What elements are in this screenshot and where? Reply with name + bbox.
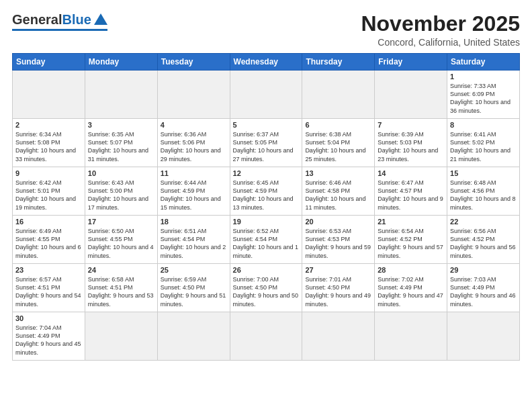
- day-info: Sunrise: 7:02 AM Sunset: 4:49 PM Dayligh…: [378, 275, 444, 308]
- day-number: 20: [305, 218, 371, 226]
- day-info: Sunrise: 6:49 AM Sunset: 4:55 PM Dayligh…: [15, 227, 82, 260]
- day-number: 18: [161, 218, 227, 226]
- calendar: SundayMondayTuesdayWednesdayThursdayFrid…: [12, 53, 520, 361]
- calendar-cell: 8Sunrise: 6:41 AM Sunset: 5:02 PM Daylig…: [447, 119, 520, 167]
- day-info: Sunrise: 7:00 AM Sunset: 4:50 PM Dayligh…: [233, 275, 300, 308]
- calendar-cell: [447, 312, 520, 361]
- calendar-cell: 18Sunrise: 6:51 AM Sunset: 4:54 PM Dayli…: [157, 216, 230, 264]
- day-number: 21: [378, 218, 444, 226]
- day-number: 16: [15, 218, 82, 226]
- day-info: Sunrise: 6:46 AM Sunset: 4:58 PM Dayligh…: [305, 179, 371, 212]
- day-number: 29: [450, 266, 517, 274]
- day-number: 5: [233, 121, 300, 129]
- day-info: Sunrise: 6:54 AM Sunset: 4:52 PM Dayligh…: [378, 227, 444, 260]
- calendar-header-friday: Friday: [375, 54, 447, 71]
- day-number: 25: [161, 266, 227, 274]
- calendar-cell: 14Sunrise: 6:47 AM Sunset: 4:57 PM Dayli…: [375, 167, 447, 216]
- calendar-header-thursday: Thursday: [302, 54, 375, 71]
- calendar-cell: 23Sunrise: 6:57 AM Sunset: 4:51 PM Dayli…: [13, 264, 85, 312]
- calendar-cell: 24Sunrise: 6:58 AM Sunset: 4:51 PM Dayli…: [85, 264, 157, 312]
- day-info: Sunrise: 6:43 AM Sunset: 5:00 PM Dayligh…: [88, 179, 154, 212]
- day-number: 12: [233, 169, 300, 177]
- day-info: Sunrise: 6:36 AM Sunset: 5:06 PM Dayligh…: [161, 130, 227, 163]
- calendar-cell: [85, 71, 157, 119]
- day-info: Sunrise: 6:39 AM Sunset: 5:03 PM Dayligh…: [378, 130, 444, 163]
- logo: General Blue: [12, 12, 107, 31]
- calendar-cell: [302, 71, 375, 119]
- logo-triangle-icon: [94, 13, 107, 25]
- calendar-header-tuesday: Tuesday: [157, 54, 230, 71]
- day-number: 2: [15, 121, 82, 129]
- month-year: November 2025: [361, 12, 520, 36]
- day-info: Sunrise: 7:04 AM Sunset: 4:49 PM Dayligh…: [15, 324, 82, 357]
- calendar-cell: 5Sunrise: 6:37 AM Sunset: 5:05 PM Daylig…: [230, 119, 302, 167]
- calendar-cell: 29Sunrise: 7:03 AM Sunset: 4:49 PM Dayli…: [447, 264, 520, 312]
- calendar-cell: [157, 71, 230, 119]
- day-info: Sunrise: 6:37 AM Sunset: 5:05 PM Dayligh…: [233, 130, 300, 163]
- day-number: 4: [161, 121, 227, 129]
- day-info: Sunrise: 6:47 AM Sunset: 4:57 PM Dayligh…: [378, 179, 444, 212]
- calendar-cell: [302, 312, 375, 361]
- calendar-cell: 9Sunrise: 6:42 AM Sunset: 5:01 PM Daylig…: [13, 167, 85, 216]
- calendar-cell: 19Sunrise: 6:52 AM Sunset: 4:54 PM Dayli…: [230, 216, 302, 264]
- day-number: 13: [305, 169, 371, 177]
- calendar-cell: 26Sunrise: 7:00 AM Sunset: 4:50 PM Dayli…: [230, 264, 302, 312]
- day-info: Sunrise: 6:53 AM Sunset: 4:53 PM Dayligh…: [305, 227, 371, 260]
- calendar-cell: 25Sunrise: 6:59 AM Sunset: 4:50 PM Dayli…: [157, 264, 230, 312]
- calendar-cell: 2Sunrise: 6:34 AM Sunset: 5:08 PM Daylig…: [13, 119, 85, 167]
- calendar-week-2: 2Sunrise: 6:34 AM Sunset: 5:08 PM Daylig…: [13, 119, 520, 167]
- logo-general: General: [12, 12, 62, 28]
- day-info: Sunrise: 6:44 AM Sunset: 4:59 PM Dayligh…: [161, 179, 227, 212]
- day-info: Sunrise: 6:57 AM Sunset: 4:51 PM Dayligh…: [15, 275, 82, 308]
- calendar-cell: 12Sunrise: 6:45 AM Sunset: 4:59 PM Dayli…: [230, 167, 302, 216]
- day-number: 17: [88, 218, 154, 226]
- calendar-header-sunday: Sunday: [13, 54, 85, 71]
- calendar-cell: [375, 312, 447, 361]
- day-number: 19: [233, 218, 300, 226]
- day-info: Sunrise: 7:33 AM Sunset: 6:09 PM Dayligh…: [450, 82, 517, 115]
- day-info: Sunrise: 6:48 AM Sunset: 4:56 PM Dayligh…: [450, 179, 517, 212]
- calendar-header-row: SundayMondayTuesdayWednesdayThursdayFrid…: [13, 54, 520, 71]
- title-area: November 2025 Concord, California, Unite…: [361, 12, 520, 48]
- day-number: 1: [450, 73, 517, 81]
- calendar-cell: 21Sunrise: 6:54 AM Sunset: 4:52 PM Dayli…: [375, 216, 447, 264]
- calendar-header-saturday: Saturday: [447, 54, 520, 71]
- calendar-cell: [157, 312, 230, 361]
- day-number: 22: [450, 218, 517, 226]
- calendar-cell: 10Sunrise: 6:43 AM Sunset: 5:00 PM Dayli…: [85, 167, 157, 216]
- logo-underline: [12, 29, 107, 31]
- day-number: 10: [88, 169, 154, 177]
- calendar-week-3: 9Sunrise: 6:42 AM Sunset: 5:01 PM Daylig…: [13, 167, 520, 216]
- calendar-cell: [13, 71, 85, 119]
- day-number: 6: [305, 121, 371, 129]
- calendar-header-monday: Monday: [85, 54, 157, 71]
- calendar-cell: 16Sunrise: 6:49 AM Sunset: 4:55 PM Dayli…: [13, 216, 85, 264]
- logo-text: General Blue: [12, 12, 107, 28]
- day-number: 26: [233, 266, 300, 274]
- location: Concord, California, United States: [361, 37, 520, 48]
- calendar-cell: 17Sunrise: 6:50 AM Sunset: 4:55 PM Dayli…: [85, 216, 157, 264]
- page: General Blue November 2025 Concord, Cali…: [0, 0, 532, 411]
- day-info: Sunrise: 6:51 AM Sunset: 4:54 PM Dayligh…: [161, 227, 227, 260]
- calendar-cell: 28Sunrise: 7:02 AM Sunset: 4:49 PM Dayli…: [375, 264, 447, 312]
- calendar-cell: 1Sunrise: 7:33 AM Sunset: 6:09 PM Daylig…: [447, 71, 520, 119]
- day-info: Sunrise: 6:52 AM Sunset: 4:54 PM Dayligh…: [233, 227, 300, 260]
- day-number: 9: [15, 169, 82, 177]
- calendar-week-5: 23Sunrise: 6:57 AM Sunset: 4:51 PM Dayli…: [13, 264, 520, 312]
- day-info: Sunrise: 7:03 AM Sunset: 4:49 PM Dayligh…: [450, 275, 517, 308]
- day-info: Sunrise: 6:45 AM Sunset: 4:59 PM Dayligh…: [233, 179, 300, 212]
- calendar-cell: [85, 312, 157, 361]
- calendar-cell: [230, 71, 302, 119]
- day-info: Sunrise: 6:42 AM Sunset: 5:01 PM Dayligh…: [15, 179, 82, 212]
- header-area: General Blue November 2025 Concord, Cali…: [12, 12, 520, 48]
- day-number: 30: [15, 314, 82, 322]
- calendar-cell: 22Sunrise: 6:56 AM Sunset: 4:52 PM Dayli…: [447, 216, 520, 264]
- calendar-week-6: 30Sunrise: 7:04 AM Sunset: 4:49 PM Dayli…: [13, 312, 520, 361]
- day-info: Sunrise: 6:50 AM Sunset: 4:55 PM Dayligh…: [88, 227, 154, 260]
- day-number: 24: [88, 266, 154, 274]
- day-info: Sunrise: 7:01 AM Sunset: 4:50 PM Dayligh…: [305, 275, 371, 308]
- day-number: 8: [450, 121, 517, 129]
- day-info: Sunrise: 6:38 AM Sunset: 5:04 PM Dayligh…: [305, 130, 371, 163]
- calendar-cell: 6Sunrise: 6:38 AM Sunset: 5:04 PM Daylig…: [302, 119, 375, 167]
- day-info: Sunrise: 6:56 AM Sunset: 4:52 PM Dayligh…: [450, 227, 517, 260]
